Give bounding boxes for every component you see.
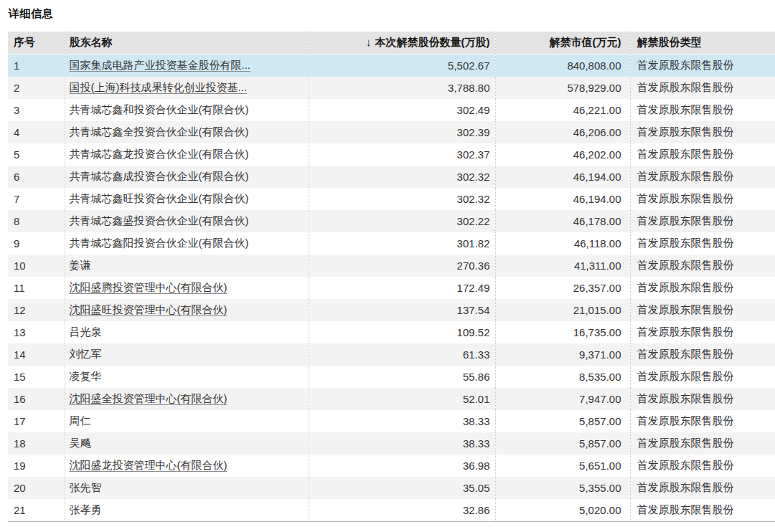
- row-index: 16: [8, 388, 65, 410]
- share-type: 首发原股东限售股份: [630, 99, 775, 121]
- unlock-value: 46,178.00: [495, 210, 630, 232]
- unlock-value: 46,194.00: [495, 166, 630, 188]
- table-row[interactable]: 4共青城芯鑫全投资合伙企业(有限合伙)302.3946,206.00首发原股东限…: [8, 121, 775, 143]
- unlock-quantity: 109.52: [309, 321, 495, 343]
- header-shareholder[interactable]: 股东名称: [65, 32, 309, 54]
- row-index: 9: [8, 232, 65, 255]
- table-row[interactable]: 11沈阳盛腾投资管理中心(有限合伙)172.4926,357.00首发原股东限售…: [8, 277, 775, 299]
- row-index: 15: [8, 366, 65, 388]
- row-index: 13: [8, 321, 65, 343]
- table-row[interactable]: 13吕光泉109.5216,735.00首发原股东限售股份: [8, 321, 775, 343]
- unlock-value: 46,221.00: [495, 99, 630, 121]
- table-row[interactable]: 14刘忆军61.339,371.00首发原股东限售股份: [8, 343, 775, 366]
- row-index: 12: [8, 299, 65, 321]
- table-row[interactable]: 18吴飚38.335,857.00首发原股东限售股份: [8, 432, 775, 455]
- shareholder-link[interactable]: 沈阳盛全投资管理中心(有限合伙): [70, 392, 227, 404]
- shareholder-name: 共青城芯鑫和投资合伙企业(有限合伙): [65, 99, 309, 121]
- shareholder-link[interactable]: 沈阳盛龙投资管理中心(有限合伙): [70, 459, 227, 471]
- row-index: 11: [8, 277, 65, 299]
- shareholder-name: 沈阳盛腾投资管理中心(有限合伙): [65, 277, 309, 299]
- unlock-quantity: 52.01: [309, 388, 495, 410]
- row-index: 17: [8, 410, 65, 432]
- row-index: 7: [8, 188, 65, 210]
- table-row[interactable]: 12沈阳盛旺投资管理中心(有限合伙)137.5421,015.00首发原股东限售…: [8, 299, 775, 321]
- unlock-quantity: 302.37: [309, 143, 495, 166]
- shareholder-link[interactable]: 沈阳盛旺投资管理中心(有限合伙): [70, 303, 227, 315]
- shareholder-name: 共青城芯鑫成投资合伙企业(有限合伙): [65, 166, 309, 188]
- unlock-value: 9,371.00: [495, 343, 630, 366]
- shareholder-name: 沈阳盛全投资管理中心(有限合伙): [65, 388, 309, 410]
- table-row[interactable]: 5共青城芯鑫龙投资合伙企业(有限合伙)302.3746,202.00首发原股东限…: [8, 143, 775, 166]
- table-row[interactable]: 3共青城芯鑫和投资合伙企业(有限合伙)302.4946,221.00首发原股东限…: [8, 99, 775, 121]
- table-row[interactable]: 8共青城芯鑫盛投资合伙企业(有限合伙)302.2246,178.00首发原股东限…: [8, 210, 775, 232]
- table-row[interactable]: 10姜谦270.3641,311.00首发原股东限售股份: [8, 255, 775, 277]
- unlock-value: 46,206.00: [495, 121, 630, 143]
- unlock-value: 21,015.00: [495, 299, 630, 321]
- unlock-value: 5,857.00: [495, 432, 630, 455]
- shareholder-name: 刘忆军: [65, 343, 309, 366]
- header-seq[interactable]: 序号: [8, 32, 65, 54]
- share-type: 首发原股东限售股份: [630, 299, 775, 321]
- shareholder-name: 共青城芯鑫盛投资合伙企业(有限合伙): [65, 210, 309, 232]
- unlock-value: 46,118.00: [495, 232, 630, 255]
- page-title: 详细信息: [9, 7, 775, 21]
- table-row[interactable]: 6共青城芯鑫成投资合伙企业(有限合伙)302.3246,194.00首发原股东限…: [8, 166, 775, 188]
- row-index: 3: [8, 99, 65, 121]
- table-row[interactable]: 21张孝勇32.865,020.00首发原股东限售股份: [8, 499, 775, 522]
- shareholder-name: 周仁: [65, 410, 309, 432]
- unlock-value: 46,202.00: [495, 143, 630, 166]
- unlock-quantity: 302.39: [309, 121, 495, 143]
- share-type: 首发原股东限售股份: [630, 455, 775, 477]
- table-row[interactable]: 2国投(上海)科技成果转化创业投资基...3,788.80578,929.00首…: [8, 77, 775, 99]
- sort-desc-icon: ↓: [366, 36, 372, 48]
- table-row[interactable]: 1国家集成电路产业投资基金股份有限...5,502.67840,808.00首发…: [8, 54, 775, 77]
- table-row[interactable]: 9共青城芯鑫阳投资合伙企业(有限合伙)301.8246,118.00首发原股东限…: [8, 232, 775, 255]
- header-unlock-quantity[interactable]: ↓本次解禁股份数量(万股): [309, 32, 495, 54]
- shareholder-name: 沈阳盛旺投资管理中心(有限合伙): [65, 299, 309, 321]
- table-header: 序号 股东名称 ↓本次解禁股份数量(万股) 解禁市值(万元) 解禁股份类型: [8, 32, 775, 54]
- unlock-quantity: 270.36: [309, 255, 495, 277]
- shareholder-name: 张孝勇: [65, 499, 309, 522]
- row-index: 1: [8, 54, 65, 77]
- unlock-quantity: 137.54: [309, 299, 495, 321]
- shareholder-name: 共青城芯鑫阳投资合伙企业(有限合伙): [65, 232, 309, 255]
- table-row[interactable]: 17周仁38.335,857.00首发原股东限售股份: [8, 410, 775, 432]
- unlock-value: 840,808.00: [495, 54, 630, 77]
- share-type: 首发原股东限售股份: [630, 432, 775, 455]
- shareholder-name: 张先智: [65, 477, 309, 499]
- shareholder-link[interactable]: 国投(上海)科技成果转化创业投资基...: [70, 81, 248, 93]
- unlock-quantity: 3,788.80: [309, 77, 495, 99]
- row-index: 2: [8, 77, 65, 99]
- unlock-value: 5,857.00: [495, 410, 630, 432]
- shareholder-name: 沈阳盛龙投资管理中心(有限合伙): [65, 455, 309, 477]
- unlock-value: 8,535.00: [495, 366, 630, 388]
- share-type: 首发原股东限售股份: [630, 410, 775, 432]
- table-row[interactable]: 20张先智35.055,355.00首发原股东限售股份: [8, 477, 775, 499]
- unlock-value: 5,651.00: [495, 455, 630, 477]
- row-index: 18: [8, 432, 65, 455]
- share-type: 首发原股东限售股份: [630, 232, 775, 255]
- shareholder-name: 国投(上海)科技成果转化创业投资基...: [65, 77, 309, 99]
- share-type: 首发原股东限售股份: [630, 210, 775, 232]
- shareholder-link[interactable]: 沈阳盛腾投资管理中心(有限合伙): [70, 281, 227, 293]
- shareholder-link[interactable]: 国家集成电路产业投资基金股份有限...: [70, 59, 251, 71]
- share-type: 首发原股东限售股份: [630, 277, 775, 299]
- header-unlock-value[interactable]: 解禁市值(万元): [495, 32, 630, 54]
- table-row[interactable]: 15凌复华55.868,535.00首发原股东限售股份: [8, 366, 775, 388]
- share-type: 首发原股东限售股份: [630, 143, 775, 166]
- share-type: 首发原股东限售股份: [630, 499, 775, 522]
- shareholder-name: 共青城芯鑫全投资合伙企业(有限合伙): [65, 121, 309, 143]
- shareholder-name: 共青城芯鑫龙投资合伙企业(有限合伙): [65, 143, 309, 166]
- row-index: 4: [8, 121, 65, 143]
- unlock-quantity: 172.49: [309, 277, 495, 299]
- table-row[interactable]: 7共青城芯鑫旺投资合伙企业(有限合伙)302.3246,194.00首发原股东限…: [8, 188, 775, 210]
- unlock-value: 41,311.00: [495, 255, 630, 277]
- table-row[interactable]: 19沈阳盛龙投资管理中心(有限合伙)36.985,651.00首发原股东限售股份: [8, 455, 775, 477]
- unlock-quantity: 301.82: [309, 232, 495, 255]
- header-share-type[interactable]: 解禁股份类型: [630, 32, 775, 54]
- shareholder-name: 吴飚: [65, 432, 309, 455]
- share-type: 首发原股东限售股份: [630, 255, 775, 277]
- unlock-quantity: 55.86: [309, 366, 495, 388]
- table-row[interactable]: 16沈阳盛全投资管理中心(有限合伙)52.017,947.00首发原股东限售股份: [8, 388, 775, 410]
- row-index: 10: [8, 255, 65, 277]
